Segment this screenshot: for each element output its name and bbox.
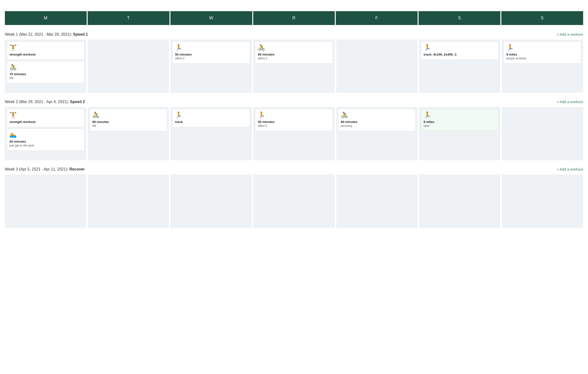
workout-card-w2-d5-1[interactable]: 🚴60 minutesrecovery	[338, 109, 416, 131]
day-header-f-4: F	[336, 11, 418, 25]
week-3-title: Week 3 (Apr 5, 2021 - Apr 11, 2021): Rec…	[5, 167, 85, 172]
workout-card-w1-d3-1[interactable]: 🏃50 minuteseffort 2	[172, 41, 250, 63]
week-2-add-workout[interactable]: + Add a workout	[557, 100, 583, 104]
day-header-s-6: S	[501, 11, 583, 25]
week-section-3: Week 3 (Apr 5, 2021 - Apr 11, 2021): Rec…	[0, 163, 588, 230]
workout-title: 50 minutes	[175, 52, 247, 57]
day-headers-row: MTWRFSS	[0, 11, 588, 28]
workout-title: 60 minutes	[258, 52, 330, 57]
week-2-day-3-cell: 🏃track	[170, 107, 252, 160]
week-1-day-3-cell: 🏃50 minuteseffort 2	[170, 40, 252, 93]
day-header-r-3: R	[253, 11, 335, 25]
week-2-day-6-cell: 🏃8 milesrace	[419, 107, 500, 160]
week-3-add-workout[interactable]: + Add a workout	[557, 167, 583, 171]
week-3-day-1-cell	[5, 174, 86, 228]
week-section-1: Week 1 (Mar 22, 2021 - Mar 28, 2021): Sp…	[0, 28, 588, 95]
workout-subtitle: race	[424, 124, 496, 128]
workout-title: 75 minutes	[10, 72, 82, 76]
workout-card-w1-d6-1[interactable]: 🏃track: 4x100, 2x400, 1:	[421, 41, 498, 60]
week-1-day-4-cell: 🚴60 minuteseffort 2	[253, 40, 335, 93]
workout-card-w1-d1-2[interactable]: 🚴75 minuteshiit	[7, 61, 84, 83]
workout-card-w1-d4-1[interactable]: 🚴60 minuteseffort 2	[255, 41, 333, 63]
workout-icon: 🏊	[10, 131, 82, 138]
workout-icon: 🏃	[424, 111, 496, 118]
week-3-day-3-cell	[170, 174, 252, 228]
week-1-grid: 🏋️strength workout🚴75 minuteshiit🏃50 min…	[5, 40, 583, 93]
workout-subtitle: tempo at times	[506, 57, 578, 61]
workout-icon: 🚴	[341, 111, 413, 118]
workout-icon: 🚴	[92, 111, 164, 118]
workout-title: 8 miles	[506, 52, 578, 57]
week-3-day-5-cell	[336, 174, 418, 228]
week-1-day-6-cell: 🏃track: 4x100, 2x400, 1:	[419, 40, 500, 93]
workout-subtitle: effort 2	[175, 57, 247, 61]
workout-title: 8 miles	[424, 120, 496, 124]
workout-card-w2-d4-1[interactable]: 🏃50 minuteseffort 2	[255, 109, 333, 131]
week-1-day-2-cell	[88, 40, 169, 93]
workout-card-w2-d2-1[interactable]: 🚴60 minuteshiit	[90, 109, 167, 131]
week-2-day-4-cell: 🏃50 minuteseffort 2	[253, 107, 335, 160]
week-2-day-5-cell: 🚴60 minutesrecovery	[336, 107, 418, 160]
workout-card-w2-d3-1[interactable]: 🏃track	[172, 109, 250, 127]
workout-card-w1-d1-1[interactable]: 🏋️strength workout	[7, 41, 84, 60]
workout-title: track	[175, 120, 247, 124]
workout-title: 20 minutes	[10, 140, 82, 144]
day-header-w-2: W	[170, 11, 252, 25]
week-3-day-7-cell	[502, 174, 583, 228]
workout-title: 60 minutes	[92, 120, 164, 124]
workout-title: 60 minutes	[341, 120, 413, 124]
week-section-2: Week 2 (Mar 29, 2021 - Apr 4, 2021): Spe…	[0, 95, 588, 163]
workout-card-w2-d6-1[interactable]: 🏃8 milesrace	[421, 109, 498, 131]
week-2-day-1-cell: 🏋️strength workout🏊20 minutesjust get in…	[5, 107, 86, 160]
workout-icon: 🏋️	[10, 44, 82, 51]
workout-icon: 🏃	[175, 44, 247, 51]
workout-subtitle: hiit	[92, 124, 164, 128]
workout-subtitle: hiit	[10, 76, 82, 80]
workout-icon: 🏃	[506, 44, 578, 51]
workout-subtitle: recovery	[341, 124, 413, 128]
workout-icon: 🚴	[10, 64, 82, 71]
workout-icon: 🏃	[258, 111, 330, 118]
workout-card-w2-d1-1[interactable]: 🏋️strength workout	[7, 109, 84, 127]
workout-title: strength workout	[10, 120, 82, 124]
workout-subtitle: effort 2	[258, 124, 330, 128]
week-1-title: Week 1 (Mar 22, 2021 - Mar 28, 2021): Sp…	[5, 32, 88, 37]
week-1-day-5-cell	[336, 40, 418, 93]
week-2-day-2-cell: 🚴60 minuteshiit	[88, 107, 169, 160]
workout-title: strength workout	[10, 52, 82, 57]
workout-title: track: 4x100, 2x400, 1:	[424, 52, 496, 57]
workout-subtitle: just get in the pool	[10, 144, 82, 147]
workout-icon: 🚴	[258, 44, 330, 51]
workout-card-w2-d1-2[interactable]: 🏊20 minutesjust get in the pool	[7, 129, 84, 151]
workout-icon: 🏃	[175, 111, 247, 118]
week-3-day-2-cell	[88, 174, 169, 228]
week-1-day-7-cell: 🏃8 milestempo at times	[502, 40, 583, 93]
page-title	[0, 0, 588, 11]
workout-subtitle: effort 2	[258, 57, 330, 61]
week-3-grid	[5, 174, 583, 228]
workout-icon: 🏃	[424, 44, 496, 51]
day-header-t-1: T	[88, 11, 169, 25]
week-2-day-7-cell	[502, 107, 583, 160]
week-2-grid: 🏋️strength workout🏊20 minutesjust get in…	[5, 107, 583, 160]
week-3-day-4-cell	[253, 174, 335, 228]
week-1-add-workout[interactable]: + Add a workout	[557, 32, 583, 36]
workout-icon: 🏋️	[10, 111, 82, 118]
workout-title: 50 minutes	[258, 120, 330, 124]
day-header-s-5: S	[419, 11, 500, 25]
day-header-m-0: M	[5, 11, 87, 25]
week-3-day-6-cell	[419, 174, 500, 228]
week-2-title: Week 2 (Mar 29, 2021 - Apr 4, 2021): Spe…	[5, 100, 85, 104]
week-1-day-1-cell: 🏋️strength workout🚴75 minuteshiit	[5, 40, 86, 93]
workout-card-w1-d7-1[interactable]: 🏃8 milestempo at times	[504, 41, 581, 63]
